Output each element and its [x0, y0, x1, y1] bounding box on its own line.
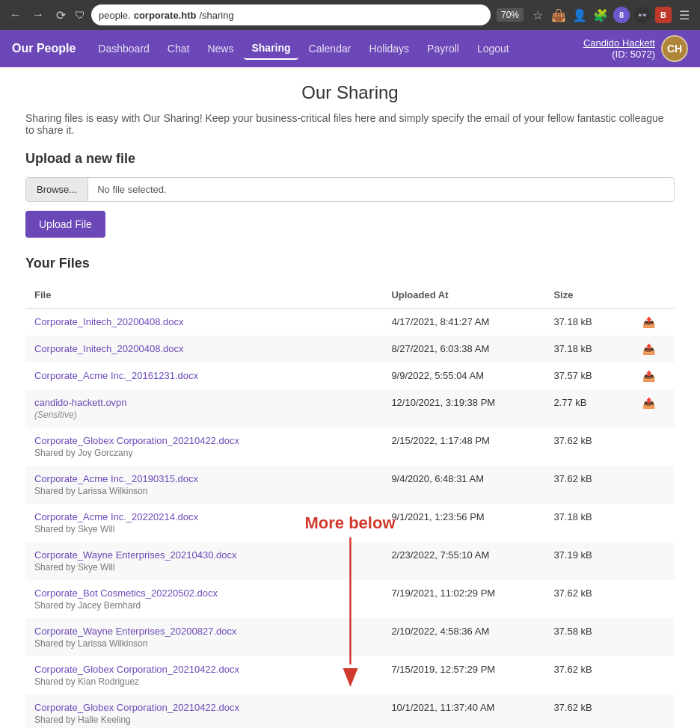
file-size: 37.58 kB: [544, 618, 622, 656]
file-date: 7/19/2021, 11:02:29 PM: [382, 580, 544, 618]
table-row: Corporate_Globex Corporation_20210422.do…: [25, 428, 675, 466]
page-subtitle: Sharing files is easy with Our Sharing! …: [25, 112, 675, 136]
share-icon[interactable]: 📤: [642, 343, 655, 355]
ext-red-icon[interactable]: B: [655, 7, 672, 23]
col-header-file: File: [25, 282, 382, 309]
share-icon[interactable]: 📤: [642, 316, 655, 328]
file-size: 37.19 kB: [544, 542, 622, 580]
nav-link-sharing[interactable]: Sharing: [244, 37, 298, 60]
file-size: 37.18 kB: [544, 309, 622, 336]
files-section-title: Your Files: [25, 256, 675, 271]
file-size: 37.62 kB: [544, 580, 622, 618]
nav-link-payroll[interactable]: Payroll: [420, 38, 467, 59]
navbar-links: Dashboard Chat News Sharing Calendar Hol…: [90, 37, 583, 60]
upload-section: Upload a new file Browse... No file sele…: [25, 151, 675, 238]
file-link[interactable]: Corporate_Acme Inc._20190315.docx: [34, 473, 373, 484]
file-size: 2.77 kB: [544, 389, 622, 428]
file-link[interactable]: Corporate_Initech_20200408.docx: [34, 343, 373, 354]
file-link[interactable]: candido-hackett.ovpn: [34, 397, 373, 408]
file-size: 37.57 kB: [544, 363, 622, 389]
more-below-annotation: File Uploaded At Size Corporate_Initech_…: [25, 282, 675, 728]
file-size: 37.62 kB: [544, 694, 622, 728]
url-domain: corporate.htb: [134, 10, 197, 21]
nav-link-dashboard[interactable]: Dashboard: [90, 38, 157, 59]
avatar: CH: [661, 35, 688, 62]
nav-link-logout[interactable]: Logout: [470, 38, 517, 59]
shared-by-label: Shared by Skye Will: [34, 524, 373, 534]
table-row: Corporate_Wayne Enterprises_20200827.doc…: [25, 618, 675, 656]
table-row: Corporate_Acme Inc._20220214.docxShared …: [25, 504, 675, 542]
file-link[interactable]: Corporate_Acme Inc._20220214.docx: [34, 511, 373, 522]
file-date: 2/15/2022, 1:17:48 PM: [382, 428, 544, 466]
shared-by-label: Shared by Larissa Wilkinson: [34, 638, 373, 649]
file-link[interactable]: Corporate_Initech_20200408.docx: [34, 316, 373, 327]
browser-toolbar: ☆ 👜 👤 🧩 8 👓 B ☰: [529, 7, 693, 23]
back-button[interactable]: ←: [7, 7, 24, 23]
ext-badge-icon[interactable]: 8: [613, 7, 630, 23]
reload-button[interactable]: ⟳: [52, 7, 69, 23]
menu-icon[interactable]: ☰: [676, 7, 693, 23]
shared-by-label: Shared by Skye Will: [34, 562, 373, 573]
sensitive-badge: (Sensitive): [34, 410, 373, 420]
shared-by-label: Shared by Kian Rodriguez: [34, 676, 373, 687]
table-row: Corporate_Globex Corporation_20210422.do…: [25, 656, 675, 694]
url-path: /sharing: [199, 10, 233, 21]
nav-link-calendar[interactable]: Calendar: [301, 38, 359, 59]
upload-section-title: Upload a new file: [25, 151, 675, 167]
file-date: 2/10/2022, 4:58:36 AM: [382, 618, 544, 656]
url-prefix: people.: [99, 10, 131, 21]
zoom-level[interactable]: 70%: [497, 8, 524, 22]
share-icon[interactable]: 📤: [642, 397, 655, 409]
browse-button[interactable]: Browse...: [26, 178, 88, 201]
file-link[interactable]: Corporate_Globex Corporation_20210422.do…: [34, 435, 373, 446]
file-link[interactable]: Corporate_Globex Corporation_20210422.do…: [34, 702, 373, 713]
account-icon[interactable]: 👤: [571, 7, 588, 23]
shared-by-label: Shared by Larissa Wilkinson: [34, 486, 373, 496]
file-link[interactable]: Corporate_Wayne Enterprises_20210430.doc…: [34, 549, 373, 561]
shared-by-label: Shared by Jacey Bernhard: [34, 600, 373, 611]
navbar-brand: Our People: [12, 42, 76, 55]
file-date: 12/10/2021, 3:19:38 PM: [382, 389, 544, 428]
files-section: Your Files File Uploaded At Size Corpora…: [25, 256, 675, 728]
file-date: 2/23/2022, 7:55:10 AM: [382, 542, 544, 580]
nav-link-chat[interactable]: Chat: [160, 38, 197, 59]
file-date: 9/1/2021, 1:23:56 PM: [382, 504, 544, 542]
security-icon: 🛡: [75, 9, 85, 21]
bookmark-icon[interactable]: ☆: [529, 7, 546, 23]
file-date: 4/17/2021, 8:41:27 AM: [382, 309, 544, 336]
table-row: Corporate_Initech_20200408.docx4/17/2021…: [25, 309, 675, 336]
main-content: Our Sharing Sharing files is easy with O…: [13, 67, 687, 728]
file-date: 7/15/2019, 12:57:29 PM: [382, 656, 544, 694]
table-row: Corporate_Globex Corporation_20210422.do…: [25, 694, 675, 728]
user-id: (ID: 5072): [612, 49, 655, 60]
col-header-action: [623, 282, 675, 309]
table-row: Corporate_Acme Inc._20190315.docxShared …: [25, 466, 675, 504]
file-size: 37.18 kB: [544, 336, 622, 363]
nav-link-holidays[interactable]: Holidays: [361, 38, 417, 59]
navbar: Our People Dashboard Chat News Sharing C…: [0, 30, 700, 67]
user-name-link[interactable]: Candido Hackett: [583, 37, 655, 49]
file-link[interactable]: Corporate_Bot Cosmetics_20220502.docx: [34, 587, 373, 599]
shared-by-label: Shared by Joy Gorczany: [34, 448, 373, 458]
forward-button[interactable]: →: [30, 7, 46, 23]
file-link[interactable]: Corporate_Wayne Enterprises_20200827.doc…: [34, 626, 373, 637]
page-title: Our Sharing: [25, 82, 675, 103]
ext-dark-icon[interactable]: 👓: [634, 7, 651, 23]
file-size: 37.62 kB: [544, 466, 622, 504]
address-bar[interactable]: people.corporate.htb/sharing: [91, 4, 491, 25]
file-size: 37.62 kB: [544, 428, 622, 466]
table-row: candido-hackett.ovpn(Sensitive)12/10/202…: [25, 389, 675, 428]
file-size: 37.62 kB: [544, 656, 622, 694]
share-icon[interactable]: 📤: [642, 370, 655, 382]
wallet-icon[interactable]: 👜: [550, 7, 567, 23]
extensions-icon[interactable]: 🧩: [592, 7, 609, 23]
navbar-user: Candido Hackett (ID: 5072) CH: [583, 35, 688, 62]
table-row: Corporate_Acme Inc._20161231.docx9/9/202…: [25, 363, 675, 389]
file-date: 9/4/2020, 6:48:31 AM: [382, 466, 544, 504]
upload-file-button[interactable]: Upload File: [25, 211, 105, 238]
file-link[interactable]: Corporate_Globex Corporation_20210422.do…: [34, 664, 373, 675]
nav-link-news[interactable]: News: [200, 38, 241, 59]
files-table: File Uploaded At Size Corporate_Initech_…: [25, 282, 675, 728]
table-row: Corporate_Wayne Enterprises_20210430.doc…: [25, 542, 675, 580]
file-link[interactable]: Corporate_Acme Inc._20161231.docx: [34, 370, 373, 381]
